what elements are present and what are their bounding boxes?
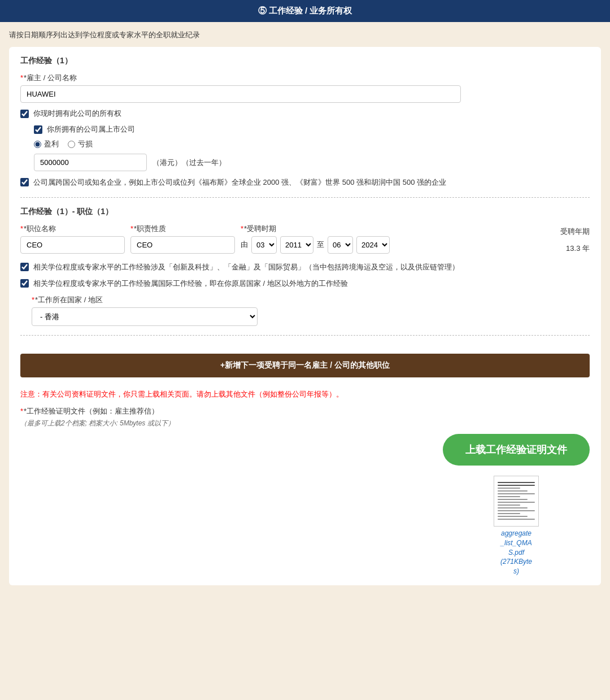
thumbnail-lines — [498, 482, 535, 520]
work-experience-title: 工作经验（1） — [20, 56, 590, 66]
upload-layout: 上载工作经验证明文件 — [20, 434, 590, 576]
position-section-title: 工作经验（1）- 职位（1） — [20, 207, 590, 217]
page-container: 请按日期顺序列出达到学位程度或专家水平的全职就业纪录 工作经验（1） **雇主 … — [0, 22, 610, 593]
listed-company-label: 你所拥有的公司属上市公司 — [47, 124, 135, 134]
country-select-wrapper: - 香港 - 中国大陆 - 美国 - 英国 — [32, 307, 590, 326]
multinational-label: 公司属跨国公司或知名企业，例如上市公司或位列《福布斯》全球企业 2000 强、《… — [33, 177, 446, 188]
relevant-exp-row: 相关学位程度或专家水平的工作经验涉及「创新及科技」、「金融」及「国际贸易」（当中… — [20, 262, 590, 273]
employer-label: **雇主 / 公司名称 — [20, 73, 590, 83]
file-name: aggregate_list_QMAS.pdf(271KBytes) — [500, 529, 532, 576]
date-range-row: 由 03 0102040506 070809101112 2011 200920… — [241, 236, 544, 254]
from-year-select[interactable]: 2011 2009201020122013 — [280, 236, 313, 254]
position-nature-input[interactable] — [130, 236, 235, 254]
duration-value: 13.3 年 — [550, 239, 590, 254]
to-label: 至 — [317, 240, 324, 250]
relevant-exp-checkbox[interactable] — [20, 263, 29, 271]
upload-button[interactable]: 上载工作经验证明文件 — [443, 434, 590, 466]
multinational-checkbox[interactable] — [20, 178, 29, 186]
loss-radio[interactable] — [68, 141, 75, 148]
file-thumbnail — [494, 476, 539, 527]
upload-label: *工作经验证明文件（例如：雇主推荐信） — [24, 407, 159, 415]
employer-input-wrapper — [20, 85, 590, 103]
profit-label-text: 盈利 — [44, 139, 59, 149]
relevant-exp-label: 相关学位程度或专家水平的工作经验涉及「创新及科技」、「金融」及「国际贸易」（当中… — [33, 262, 459, 273]
listed-company-checkbox[interactable] — [34, 125, 42, 134]
upload-right: 上载工作经验证明文件 — [443, 434, 590, 576]
profit-radio[interactable] — [34, 141, 41, 148]
international-exp-row: 相关学位程度或专家水平的工作经验属国际工作经验，即在你原居国家 / 地区以外地方… — [20, 278, 590, 289]
warning-text: 注意：有关公司资料证明文件，你只需上载相关页面。请勿上载其他文件（例如整份公司年… — [20, 389, 590, 400]
profit-unit: （港元）（过去一年） — [152, 158, 226, 168]
pos-period-col: **受聘时期 由 03 0102040506 070809101112 2011… — [241, 224, 544, 254]
from-month-select[interactable]: 03 0102040506 070809101112 — [251, 236, 277, 254]
file-preview: aggregate_list_QMAS.pdf(271KBytes) — [494, 476, 539, 576]
international-exp-checkbox[interactable] — [20, 279, 29, 288]
own-company-label: 你现时拥有此公司的所有权 — [33, 108, 121, 119]
profit-radio-label[interactable]: 盈利 — [34, 139, 59, 149]
section-divider-2 — [20, 335, 590, 336]
profit-input[interactable] — [34, 154, 147, 171]
main-card: 工作经验（1） **雇主 / 公司名称 你现时拥有此公司的所有权 你所拥有的公司… — [9, 47, 601, 585]
country-select[interactable]: - 香港 - 中国大陆 - 美国 - 英国 — [32, 307, 258, 326]
profit-loss-row: 盈利 亏损 — [34, 139, 590, 149]
listed-company-row: 你所拥有的公司属上市公司 — [34, 124, 590, 134]
section-divider-1 — [20, 197, 590, 198]
country-label: *工作所在国家 / 地区 — [35, 295, 103, 304]
pos-title-col-header: **职位名称 — [20, 224, 125, 254]
position-header-row: **职位名称 **职责性质 **受聘时期 由 03 010204050 — [20, 224, 590, 254]
required-star-employer: * — [20, 73, 23, 82]
duration-col: 受聘年期 13.3 年 — [550, 227, 590, 254]
from-label: 由 — [241, 240, 248, 250]
multinational-row: 公司属跨国公司或知名企业，例如上市公司或位列《福布斯》全球企业 2000 强、《… — [20, 177, 590, 188]
to-month-select[interactable]: 06 0102030405 070809101112 — [328, 236, 353, 254]
upload-section: **工作经验证明文件（例如：雇主推荐信） （最多可上载2个档案; 档案大小: 5… — [20, 406, 590, 576]
profit-amount-row: （港元）（过去一年） — [34, 154, 590, 171]
loss-radio-label[interactable]: 亏损 — [68, 139, 93, 149]
page-header: ⑤ 工作经验 / 业务所有权 — [0, 0, 610, 22]
employer-input[interactable] — [20, 85, 461, 103]
add-position-button[interactable]: +新增下一项受聘于同一名雇主 / 公司的其他职位 — [20, 354, 590, 377]
upload-hint: （最多可上载2个档案; 档案大小: 5Mbytes 或以下） — [20, 419, 590, 428]
country-section: **工作所在国家 / 地区 - 香港 - 中国大陆 - 美国 - 英国 — [32, 295, 590, 326]
page-instruction: 请按日期顺序列出达到学位程度或专家水平的全职就业纪录 — [9, 30, 601, 40]
pos-nature-col-header: **职责性质 — [130, 224, 235, 254]
header-title: ⑤ 工作经验 / 业务所有权 — [258, 6, 352, 15]
loss-label-text: 亏损 — [78, 139, 93, 149]
to-year-select[interactable]: 2024 202220232025 — [356, 236, 390, 254]
own-company-row: 你现时拥有此公司的所有权 — [20, 108, 590, 119]
own-company-checkbox[interactable] — [20, 110, 29, 118]
position-title-input[interactable] — [20, 236, 125, 254]
international-exp-label: 相关学位程度或专家水平的工作经验属国际工作经验，即在你原居国家 / 地区以外地方… — [33, 278, 348, 289]
